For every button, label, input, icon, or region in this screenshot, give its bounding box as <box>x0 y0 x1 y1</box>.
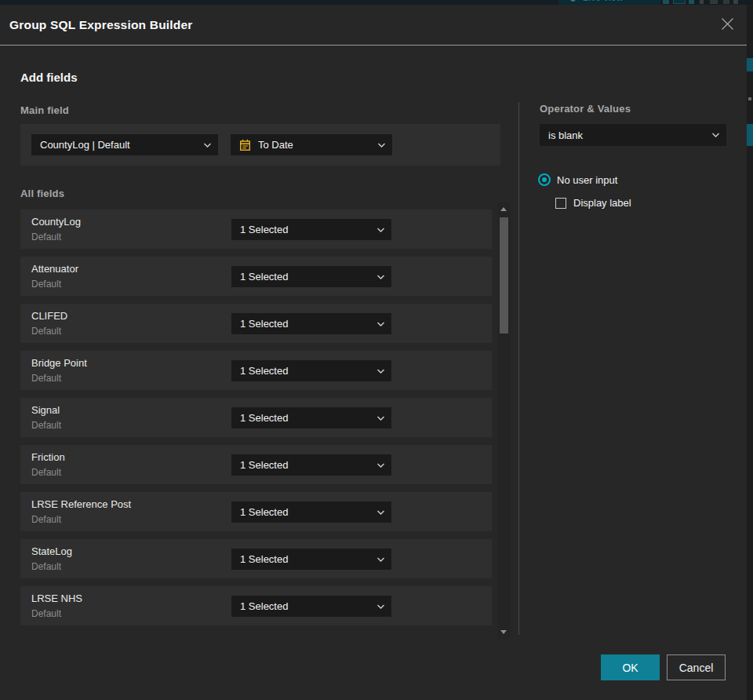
display-label-label: Display label <box>573 197 631 209</box>
scroll-down-arrow-icon[interactable] <box>500 630 507 634</box>
main-field-panel: CountyLog | Default To Date <box>20 124 500 166</box>
dialog-title: Group SQL Expression Builder <box>9 5 193 45</box>
field-row: CountyLog Default 1 Selected <box>20 210 492 249</box>
selected-dropdown-label: 1 Selected <box>240 506 288 518</box>
display-label-option[interactable]: Display label <box>555 197 631 209</box>
field-row: Attenuator Default 1 Selected <box>20 257 492 296</box>
field-selected-dropdown[interactable]: 1 Selected <box>231 501 391 523</box>
chevron-down-icon <box>203 142 212 148</box>
chevron-down-icon <box>376 415 385 421</box>
field-selected-dropdown[interactable]: 1 Selected <box>231 596 391 617</box>
field-subtitle: Default <box>31 514 61 525</box>
list-scrollbar[interactable] <box>497 202 511 639</box>
field-selected-dropdown[interactable]: 1 Selected <box>231 360 391 381</box>
field-name: LRSE Reference Post <box>31 498 131 510</box>
chevron-down-icon <box>376 603 385 609</box>
field-name: Signal <box>31 404 60 416</box>
field-subtitle: Default <box>31 279 61 290</box>
field-selected-dropdown[interactable]: 1 Selected <box>231 266 391 287</box>
selected-dropdown-label: 1 Selected <box>240 553 288 565</box>
field-selected-dropdown[interactable]: 1 Selected <box>231 219 391 240</box>
field-selected-dropdown[interactable]: 1 Selected <box>231 407 391 428</box>
field-row: Friction Default 1 Selected <box>20 445 492 484</box>
no-user-input-option[interactable]: No user input <box>538 173 617 186</box>
field-row: CLIFED Default 1 Selected <box>20 304 492 343</box>
scrollbar-thumb[interactable] <box>500 217 508 334</box>
field-name: CountyLog <box>31 216 81 228</box>
field-selected-dropdown[interactable]: 1 Selected <box>231 454 391 476</box>
selected-dropdown-label: 1 Selected <box>240 224 288 235</box>
group-sql-expression-builder-dialog: Group SQL Expression Builder Add fields … <box>0 5 747 700</box>
screen: Live view Group SQL Expression Builder A… <box>0 0 753 700</box>
field-row: Signal Default 1 Selected <box>20 398 492 437</box>
date-field-dropdown-value: To Date <box>258 139 293 151</box>
field-subtitle: Default <box>31 467 61 478</box>
chevron-down-icon <box>376 227 385 232</box>
chevron-down-icon <box>376 368 385 374</box>
chevron-down-icon <box>711 133 720 138</box>
field-name: Friction <box>31 451 65 463</box>
display-label-checkbox[interactable] <box>555 198 566 209</box>
close-icon <box>721 17 734 34</box>
field-selected-dropdown[interactable]: 1 Selected <box>231 549 391 570</box>
field-name: Attenuator <box>31 263 78 275</box>
field-subtitle: Default <box>31 608 61 619</box>
no-user-input-radio[interactable] <box>538 173 551 186</box>
field-row: StateLog Default 1 Selected <box>20 539 492 578</box>
live-view-dot-icon <box>570 0 576 2</box>
selected-dropdown-label: 1 Selected <box>240 600 288 612</box>
scroll-up-arrow-icon[interactable] <box>500 207 507 211</box>
field-row: LRSE Reference Post Default 1 Selected <box>20 492 492 531</box>
chevron-down-icon <box>376 321 385 326</box>
field-selected-dropdown[interactable]: 1 Selected <box>231 313 391 334</box>
calendar-icon <box>239 139 251 151</box>
field-subtitle: Default <box>31 373 61 384</box>
field-row: Bridge Point Default 1 Selected <box>20 351 492 390</box>
date-field-dropdown[interactable]: To Date <box>231 134 392 155</box>
operator-dropdown-value: is blank <box>548 129 583 141</box>
pane-divider <box>518 102 519 635</box>
selected-dropdown-label: 1 Selected <box>240 459 288 471</box>
selected-dropdown-label: 1 Selected <box>240 318 288 330</box>
field-name: Bridge Point <box>31 357 87 369</box>
operator-dropdown[interactable]: is blank <box>540 124 726 146</box>
chevron-down-icon <box>377 142 386 148</box>
selected-dropdown-label: 1 Selected <box>240 412 288 424</box>
operator-values-heading: Operator & Values <box>540 103 631 115</box>
field-row: LRSE NHS Default 1 Selected <box>20 586 492 625</box>
main-field-dropdown[interactable]: CountyLog | Default <box>31 134 218 155</box>
background-dot-mark <box>748 97 751 100</box>
chevron-down-icon <box>376 556 385 562</box>
all-fields-list: CountyLog Default 1 Selected Attenuator … <box>0 210 511 633</box>
background-app-edge <box>747 5 753 700</box>
chevron-down-icon <box>376 274 385 279</box>
titlebar-divider <box>0 45 747 46</box>
selected-dropdown-label: 1 Selected <box>240 271 288 283</box>
field-subtitle: Default <box>31 232 61 242</box>
add-fields-heading: Add fields <box>20 71 78 84</box>
field-subtitle: Default <box>31 326 61 337</box>
field-name: StateLog <box>31 545 72 557</box>
main-field-dropdown-value: CountyLog | Default <box>40 139 130 151</box>
field-name: CLIFED <box>31 310 67 322</box>
cancel-button[interactable]: Cancel <box>667 654 726 680</box>
live-view-label: Live view <box>583 0 624 2</box>
field-name: LRSE NHS <box>31 592 82 604</box>
selected-dropdown-label: 1 Selected <box>240 365 288 377</box>
no-user-input-label: No user input <box>557 174 617 186</box>
close-button[interactable] <box>718 16 737 35</box>
chevron-down-icon <box>376 509 385 515</box>
all-fields-label: All fields <box>20 188 64 199</box>
field-subtitle: Default <box>31 561 61 572</box>
main-field-label: Main field <box>20 104 69 116</box>
ok-button[interactable]: OK <box>601 654 660 680</box>
field-subtitle: Default <box>31 420 61 431</box>
background-selected-item-mark <box>747 124 753 146</box>
chevron-down-icon <box>376 462 385 468</box>
background-selected-item-mark <box>747 58 753 71</box>
